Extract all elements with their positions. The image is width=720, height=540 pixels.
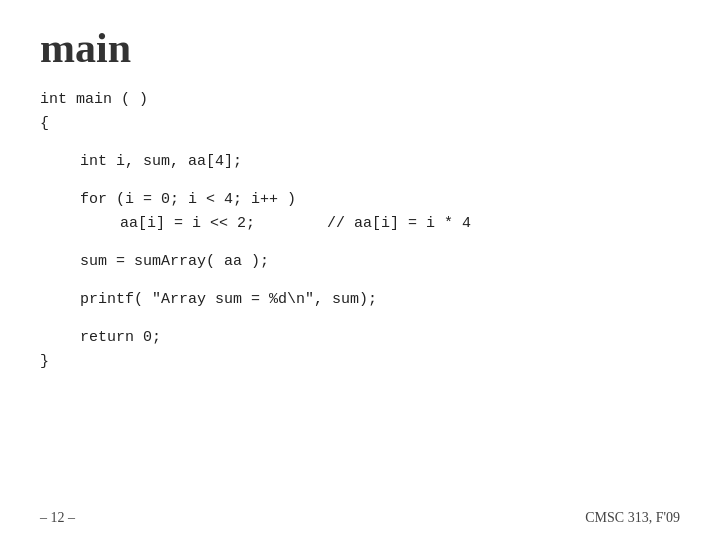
footer: – 12 – CMSC 313, F'09 [0,510,720,526]
code-line-3: int i, sum, aa[4]; [40,150,680,174]
code-line-7: printf( "Array sum = %d\n", sum); [40,288,680,312]
code-block: int main ( ) { int i, sum, aa[4]; for (i… [0,88,720,374]
code-line-2: { [40,112,680,136]
page-number: – 12 – [40,510,75,526]
course-info: CMSC 313, F'09 [585,510,680,526]
code-line-5: aa[i] = i << 2; // aa[i] = i * 4 [40,212,680,236]
code-line-8: return 0; [40,326,680,350]
code-line-9: } [40,350,680,374]
page-title: main [0,0,720,88]
code-line-6: sum = sumArray( aa ); [40,250,680,274]
code-line-4: for (i = 0; i < 4; i++ ) [40,188,680,212]
code-line-1: int main ( ) [40,88,680,112]
